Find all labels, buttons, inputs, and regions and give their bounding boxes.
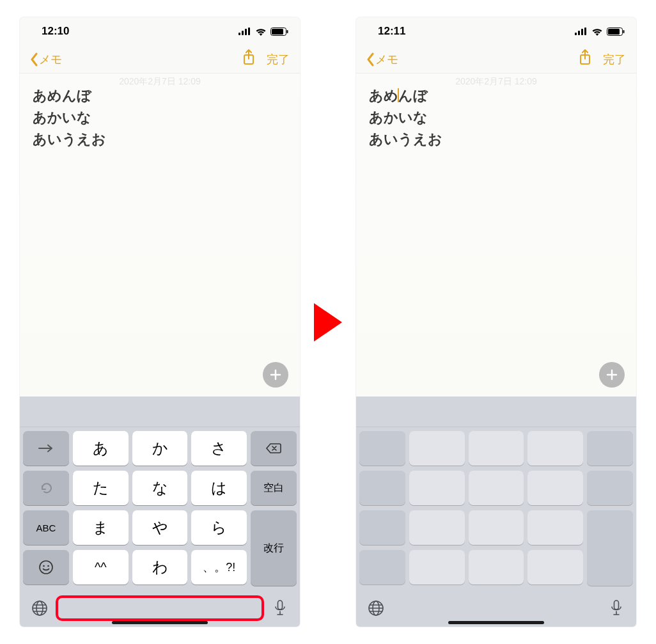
home-indicator[interactable]	[448, 621, 544, 624]
phone-right: 12:11 メモ 完了 2020年2月7日 12:09 あめんぼ	[356, 17, 636, 627]
status-bar: 12:10	[20, 17, 300, 45]
note-content-area[interactable]: 2020年2月7日 12:09 あめんぼ あかいな あいうえお	[356, 74, 636, 397]
blank-key	[527, 431, 583, 466]
svg-point-8	[40, 561, 52, 574]
svg-point-10	[47, 565, 49, 567]
battery-icon	[270, 27, 288, 36]
svg-rect-5	[272, 29, 283, 35]
suggestion-strip[interactable]	[20, 397, 300, 427]
blank-key	[587, 510, 633, 586]
globe-icon	[368, 600, 384, 617]
svg-rect-6	[287, 30, 288, 33]
share-button[interactable]	[579, 49, 591, 69]
key-return[interactable]: 改行	[251, 510, 297, 586]
key-punct[interactable]: 、。?!	[191, 550, 247, 585]
wifi-icon	[591, 27, 603, 36]
svg-rect-16	[581, 29, 583, 35]
blank-key	[469, 471, 524, 505]
key-ha[interactable]: は	[191, 471, 247, 505]
chevron-back-icon	[366, 52, 374, 67]
keyboard: あ か さ た な は 空白 ABC	[20, 427, 300, 590]
blank-key	[409, 431, 465, 466]
spacebar-area	[392, 595, 600, 621]
globe-button[interactable]	[366, 599, 386, 618]
add-button[interactable]	[263, 362, 288, 388]
status-time: 12:10	[42, 25, 69, 38]
plus-icon	[270, 369, 281, 381]
svg-rect-14	[575, 33, 577, 35]
wifi-icon	[255, 27, 267, 36]
suggestion-strip[interactable]	[356, 397, 636, 427]
chevron-back-icon	[30, 52, 38, 67]
key-ya[interactable]: や	[132, 510, 188, 545]
dictation-button[interactable]	[607, 599, 626, 618]
key-ra[interactable]: ら	[191, 510, 247, 545]
undo-icon	[39, 481, 53, 495]
key-ka[interactable]: か	[132, 431, 188, 466]
blank-key	[527, 510, 583, 545]
key-ma[interactable]: ま	[73, 510, 129, 545]
key-emoji[interactable]	[23, 550, 69, 585]
svg-rect-13	[278, 601, 283, 609]
blank-key	[359, 510, 405, 545]
key-abc[interactable]: ABC	[23, 510, 69, 545]
note-timestamp: 2020年2月7日 12:09	[119, 75, 201, 89]
back-label: メモ	[39, 52, 62, 67]
key-delete[interactable]	[251, 431, 297, 466]
keyboard-trackpad-mode[interactable]	[356, 427, 636, 590]
phone-left: 12:10 メモ 完了 2020年2月7日 12:09 あめんぼ	[20, 17, 300, 627]
done-button[interactable]: 完了	[603, 52, 626, 67]
delete-icon	[265, 443, 282, 454]
blank-key	[587, 471, 633, 505]
svg-rect-24	[614, 601, 619, 609]
svg-rect-15	[578, 31, 580, 35]
keyboard-bottom-bar	[20, 590, 300, 627]
back-label: メモ	[375, 52, 398, 67]
blank-key	[409, 471, 465, 505]
blank-key	[409, 510, 465, 545]
key-wa[interactable]: わ	[132, 550, 188, 585]
key-a[interactable]: あ	[73, 431, 129, 466]
key-wa-label: わ	[152, 557, 168, 577]
svg-rect-1	[242, 31, 244, 35]
key-sa[interactable]: さ	[191, 431, 247, 466]
note-line-3: あいうえお	[369, 129, 623, 150]
smiley-icon	[38, 560, 54, 575]
mic-icon	[274, 600, 286, 617]
svg-rect-2	[245, 29, 247, 35]
note-line-3: あいうえお	[33, 129, 287, 150]
note-content-area[interactable]: 2020年2月7日 12:09 あめんぼ あかいな あいうえお	[20, 74, 300, 397]
globe-icon	[31, 600, 48, 617]
svg-rect-3	[248, 27, 250, 35]
cellular-icon	[575, 27, 588, 35]
back-button[interactable]: メモ	[366, 52, 398, 67]
key-na[interactable]: な	[132, 471, 188, 505]
done-button[interactable]: 完了	[267, 52, 290, 67]
blank-key	[469, 510, 524, 545]
blank-key	[409, 550, 465, 585]
key-next-candidate[interactable]	[23, 431, 69, 466]
blank-key	[359, 431, 405, 466]
key-undo[interactable]	[23, 471, 69, 505]
share-button[interactable]	[242, 49, 255, 69]
keyboard-bottom-bar	[356, 590, 636, 627]
home-indicator[interactable]	[112, 621, 208, 624]
globe-button[interactable]	[30, 599, 49, 618]
cellular-icon	[238, 27, 251, 35]
back-button[interactable]: メモ	[30, 52, 62, 67]
battery-icon	[607, 27, 625, 36]
svg-rect-19	[608, 29, 620, 35]
key-space[interactable]: 空白	[251, 471, 297, 505]
blank-key	[469, 550, 524, 585]
share-icon	[242, 49, 255, 66]
svg-rect-17	[584, 27, 586, 35]
status-time: 12:11	[378, 25, 405, 38]
note-line-2: あかいな	[369, 107, 623, 129]
dictation-button[interactable]	[270, 599, 290, 618]
blank-key	[527, 550, 583, 585]
key-kaomoji[interactable]: ^^	[73, 550, 129, 585]
status-indicators	[238, 27, 288, 36]
mic-icon	[611, 600, 622, 617]
add-button[interactable]	[599, 362, 625, 388]
key-ta[interactable]: た	[73, 471, 129, 505]
